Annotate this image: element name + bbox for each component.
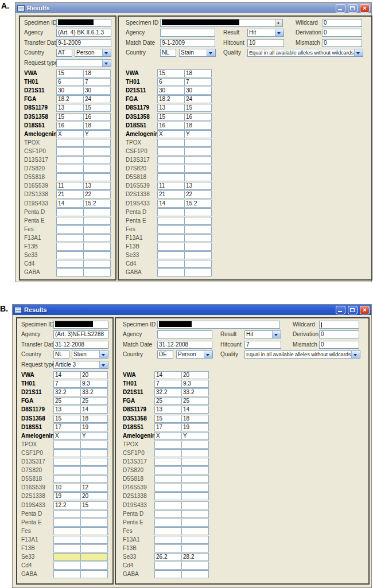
- allele-input[interactable]: [154, 510, 182, 518]
- allele-input[interactable]: [157, 165, 185, 173]
- allele-input[interactable]: [181, 562, 209, 570]
- hitcount-input[interactable]: 10: [247, 39, 284, 47]
- allele-input[interactable]: [181, 475, 209, 483]
- allele-input[interactable]: 22: [184, 190, 212, 198]
- allele-input[interactable]: 14: [53, 371, 81, 379]
- match-date-input[interactable]: 9-1-2009: [160, 39, 215, 47]
- allele-input[interactable]: 15: [184, 104, 212, 112]
- allele-input[interactable]: 25: [80, 397, 108, 405]
- allele-input[interactable]: [181, 466, 209, 474]
- specimen-id-input[interactable]: [53, 321, 108, 329]
- allele-input[interactable]: [154, 466, 182, 474]
- allele-input[interactable]: [80, 475, 108, 483]
- wildcard-input[interactable]: 0: [322, 19, 362, 27]
- allele-input[interactable]: [56, 225, 84, 233]
- allele-input[interactable]: 15: [56, 69, 84, 77]
- allele-input[interactable]: [181, 449, 209, 457]
- allele-input[interactable]: [53, 449, 81, 457]
- wildcard-input[interactable]: [319, 321, 359, 329]
- allele-input[interactable]: [181, 536, 209, 544]
- allele-input[interactable]: [80, 441, 108, 449]
- specimen-id-input[interactable]: [56, 19, 111, 27]
- allele-input[interactable]: 14: [80, 406, 108, 414]
- allele-input[interactable]: 24: [83, 95, 111, 103]
- allele-input[interactable]: [154, 536, 182, 544]
- allele-input[interactable]: [53, 544, 81, 552]
- specimen-type-select[interactable]: Person: [176, 351, 213, 359]
- allele-input[interactable]: 15.2: [184, 200, 212, 208]
- allele-input[interactable]: 20: [80, 492, 108, 500]
- allele-input[interactable]: 12: [80, 484, 108, 492]
- allele-input[interactable]: [184, 268, 212, 277]
- derivation-input[interactable]: 0: [319, 330, 359, 338]
- allele-input[interactable]: [56, 173, 84, 181]
- country-code-input[interactable]: NL: [160, 49, 176, 57]
- chevron-down-icon[interactable]: [99, 351, 108, 358]
- allele-input[interactable]: [154, 475, 182, 483]
- transfer-date-input[interactable]: 9-1-2009: [56, 39, 111, 47]
- allele-input[interactable]: 30: [56, 87, 84, 95]
- request-type-select[interactable]: Article 3: [53, 361, 108, 369]
- allele-input[interactable]: 15: [53, 415, 81, 423]
- allele-input[interactable]: [83, 268, 111, 277]
- allele-input[interactable]: 18: [83, 69, 111, 77]
- allele-input[interactable]: [80, 570, 108, 578]
- allele-input[interactable]: Y: [181, 432, 209, 440]
- allele-input[interactable]: [154, 441, 182, 449]
- allele-input[interactable]: [53, 510, 81, 518]
- allele-input[interactable]: 7: [83, 78, 111, 86]
- allele-input[interactable]: [184, 217, 212, 225]
- minimize-button[interactable]: [336, 306, 345, 314]
- allele-input[interactable]: [154, 527, 182, 535]
- allele-input[interactable]: [157, 260, 185, 268]
- allele-input[interactable]: 13: [83, 182, 111, 190]
- allele-input[interactable]: [53, 553, 81, 561]
- allele-input[interactable]: [80, 449, 108, 457]
- allele-input[interactable]: [154, 519, 182, 527]
- titlebar[interactable]: Results ×: [13, 305, 371, 315]
- allele-input[interactable]: [53, 527, 81, 535]
- allele-input[interactable]: 22: [83, 190, 111, 198]
- allele-input[interactable]: [184, 208, 212, 216]
- allele-input[interactable]: [80, 458, 108, 466]
- allele-input[interactable]: 25: [53, 397, 81, 405]
- allele-input[interactable]: 16: [184, 113, 212, 121]
- allele-input[interactable]: 32.2: [154, 388, 182, 396]
- allele-input[interactable]: 9.3: [181, 380, 209, 388]
- allele-input[interactable]: [53, 570, 81, 578]
- allele-input[interactable]: 16: [56, 122, 84, 130]
- allele-input[interactable]: [83, 208, 111, 216]
- allele-input[interactable]: 21: [56, 190, 84, 198]
- allele-input[interactable]: [53, 536, 81, 544]
- allele-input[interactable]: [181, 441, 209, 449]
- allele-input[interactable]: [157, 156, 185, 164]
- allele-input[interactable]: [157, 234, 185, 242]
- chevron-down-icon[interactable]: [99, 361, 108, 368]
- hitcount-input[interactable]: 7: [244, 341, 281, 349]
- mismatch-input[interactable]: 0: [319, 341, 359, 349]
- specimen-type-select[interactable]: Stain: [179, 49, 216, 57]
- chevron-down-icon[interactable]: [272, 331, 281, 338]
- allele-input[interactable]: [83, 234, 111, 242]
- allele-input[interactable]: 6: [157, 78, 185, 86]
- allele-input[interactable]: 15: [80, 501, 108, 509]
- specimen-type-select[interactable]: Stain: [72, 351, 108, 359]
- allele-input[interactable]: 10: [53, 484, 81, 492]
- allele-input[interactable]: X: [56, 130, 84, 138]
- request-type-select[interactable]: [56, 59, 111, 67]
- allele-input[interactable]: 18: [83, 122, 111, 130]
- allele-input[interactable]: [157, 217, 185, 225]
- allele-input[interactable]: X: [154, 432, 182, 440]
- allele-input[interactable]: [53, 466, 81, 474]
- chevron-down-icon[interactable]: [204, 351, 212, 358]
- allele-input[interactable]: [154, 449, 182, 457]
- mismatch-input[interactable]: 0: [322, 39, 362, 47]
- allele-input[interactable]: [83, 139, 111, 147]
- allele-input[interactable]: [181, 527, 209, 535]
- close-button[interactable]: ×: [360, 4, 370, 13]
- allele-input[interactable]: 19: [53, 492, 81, 500]
- allele-input[interactable]: 7: [53, 380, 81, 388]
- allele-input[interactable]: [157, 225, 185, 233]
- allele-input[interactable]: [154, 484, 182, 492]
- agency-input[interactable]: [160, 29, 215, 37]
